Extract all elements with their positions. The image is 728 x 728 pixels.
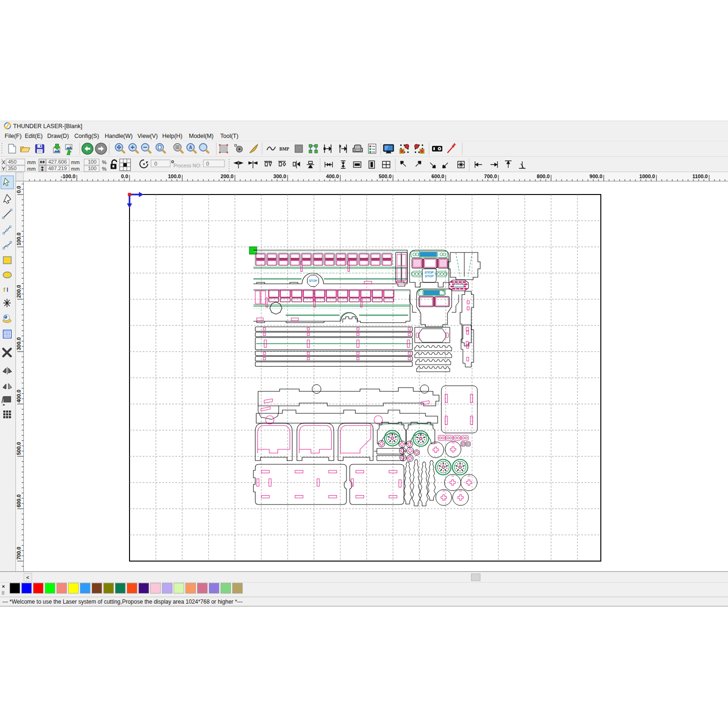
svg-text:487.219: 487.219 [48, 166, 67, 171]
svg-text:1000.0: 1000.0 [639, 173, 655, 179]
svg-text:Help(H): Help(H) [162, 133, 182, 139]
svg-text:×: × [2, 584, 5, 589]
svg-text:700.0: 700.0 [16, 547, 22, 560]
svg-text:500.0: 500.0 [379, 173, 392, 179]
svg-text:0.0: 0.0 [121, 173, 128, 179]
svg-text:0.0: 0.0 [16, 186, 22, 193]
svg-text:I: I [7, 286, 8, 293]
svg-text:0: 0 [154, 161, 157, 166]
svg-text:300.0: 300.0 [274, 173, 287, 179]
svg-text:200.0: 200.0 [221, 173, 234, 179]
svg-text:427.606: 427.606 [48, 159, 67, 165]
svg-text:500.0: 500.0 [16, 442, 22, 455]
svg-text:1100.0: 1100.0 [692, 173, 708, 179]
svg-text:100.0: 100.0 [16, 232, 22, 245]
svg-text:Model(M): Model(M) [189, 133, 214, 139]
svg-text:X: X [2, 159, 6, 165]
svg-text:STOP: STOP [309, 279, 317, 282]
svg-text:mm: mm [27, 159, 36, 165]
svg-text:600.0: 600.0 [16, 494, 22, 507]
svg-text:400.0: 400.0 [16, 389, 22, 403]
svg-text:100: 100 [88, 166, 96, 171]
svg-text:mm: mm [27, 166, 36, 172]
svg-text:350: 350 [8, 166, 16, 171]
svg-text:%: % [102, 166, 107, 172]
svg-text:BMP: BMP [279, 147, 289, 151]
svg-text:f: f [3, 286, 6, 293]
svg-text:Draw(D): Draw(D) [47, 133, 69, 139]
svg-text:STOP: STOP [425, 271, 434, 274]
svg-text:700.0: 700.0 [484, 173, 497, 179]
svg-text:THUNDER LASER-[Blank]: THUNDER LASER-[Blank] [13, 123, 82, 130]
svg-text:800.0: 800.0 [537, 173, 550, 179]
svg-text:0: 0 [206, 161, 209, 166]
svg-text:A: A [189, 145, 192, 150]
svg-text:Process NO:: Process NO: [173, 163, 202, 168]
svg-text:mm: mm [71, 166, 79, 172]
svg-text:400.0: 400.0 [326, 173, 339, 179]
svg-text:100: 100 [88, 159, 96, 165]
svg-text:Edit(E): Edit(E) [25, 133, 43, 139]
svg-text:Tool(T): Tool(T) [220, 133, 238, 139]
svg-text:<: < [26, 575, 29, 580]
svg-text:300.0: 300.0 [16, 337, 22, 350]
svg-text:200.0: 200.0 [16, 285, 22, 298]
svg-text:-100.0: -100.0 [61, 173, 75, 179]
svg-text:900.0: 900.0 [590, 173, 603, 179]
svg-text:450: 450 [8, 159, 16, 165]
svg-text:mm: mm [71, 159, 79, 165]
svg-text:File(F): File(F) [5, 133, 22, 139]
svg-text:View(V): View(V) [137, 133, 158, 139]
svg-text:Y: Y [2, 166, 6, 172]
svg-text:%: % [102, 159, 107, 165]
svg-text:100.0: 100.0 [168, 173, 181, 179]
svg-text:STOP: STOP [425, 274, 434, 278]
svg-text:600.0: 600.0 [432, 173, 445, 179]
svg-text:Config(S): Config(S) [74, 133, 99, 139]
svg-text:Handle(W): Handle(W) [105, 133, 133, 139]
svg-text:--- *Welcome to use the Laser: --- *Welcome to use the Laser system of … [2, 598, 243, 605]
